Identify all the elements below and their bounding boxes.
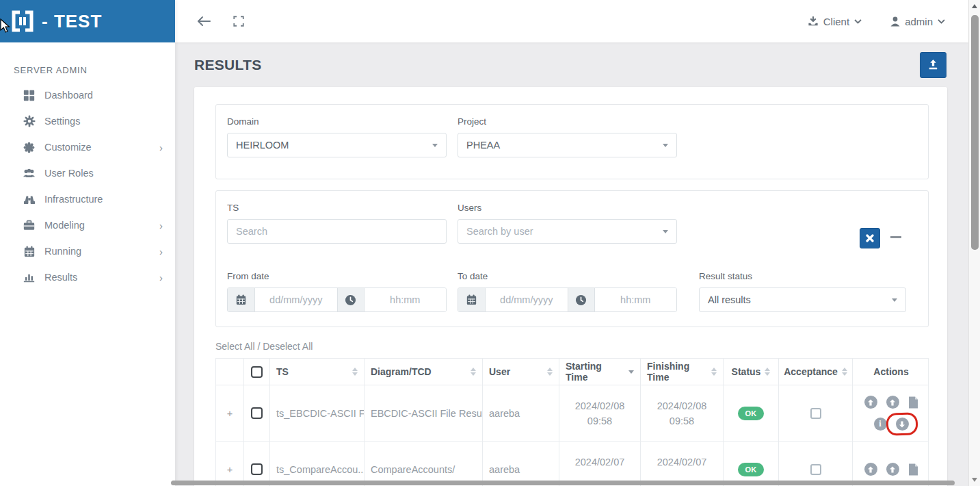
row-checkbox[interactable] [251,407,263,419]
user-icon [890,16,900,27]
column-header-status[interactable]: Status [724,359,779,385]
sort-icon[interactable] [842,368,847,376]
users-field: Users Search by user [458,203,677,244]
clock-picker-icon[interactable] [568,288,595,311]
column-header-acceptance[interactable]: Acceptance [779,359,853,385]
briefcase-icon [23,220,36,231]
project-select[interactable]: PHEAA [458,133,677,157]
project-field: Project PHEAA [458,116,677,157]
acceptance-checkbox[interactable] [810,408,821,419]
scroll-down-arrow[interactable] [972,478,977,482]
upload-result-action-icon[interactable] [886,463,899,476]
sidebar-item-settings[interactable]: Settings [0,108,175,134]
row-expander[interactable]: + [216,385,244,441]
admin-label: admin [905,16,933,27]
sidebar-item-user-roles[interactable]: User Roles [0,160,175,186]
binoculars-icon [23,194,36,205]
result-status-select[interactable]: All results [699,287,906,312]
cell-ts: ts_EBCDIC-ASCII F... [270,385,365,441]
chevron-down-icon [938,19,945,24]
vertical-scrollbar-thumb[interactable] [971,15,979,250]
clock-picker-icon[interactable] [337,288,365,311]
info-action-icon[interactable]: i [874,418,887,431]
sidebar-item-label: Running [44,246,150,257]
sidebar-item-modeling[interactable]: Modeling › [0,212,175,238]
column-header-starting-time[interactable]: Starting Time [559,359,641,385]
sidebar-item-infrastructure[interactable]: Infrastructure [0,186,175,212]
sidebar-item-label: Modeling [44,220,150,231]
column-header-user[interactable]: User [483,359,559,385]
sidebar-item-results[interactable]: Results › [0,264,175,290]
status-badge: OK [738,407,763,420]
download-icon [808,16,819,27]
calendar-picker-icon[interactable] [458,288,486,311]
upload-result-action-icon[interactable] [886,396,899,409]
app-logo[interactable]: - TEST [0,0,175,42]
sort-icon[interactable] [711,368,717,376]
sort-icon[interactable] [471,368,476,376]
upload-icon [927,59,939,71]
scroll-up-arrow[interactable] [972,4,977,8]
sidebar-item-dashboard[interactable]: Dashboard [0,82,175,108]
sidebar-item-customize[interactable]: Customize › [0,134,175,160]
row-expander[interactable]: + [216,442,244,486]
sidebar-item-running[interactable]: Running › [0,238,175,264]
column-header-ts[interactable]: TS [270,359,365,385]
app-window: - TEST SERVER ADMIN Dashboard [0,0,980,486]
admin-menu[interactable]: admin [890,16,945,27]
sort-desc-icon[interactable] [628,370,634,374]
sort-icon[interactable] [547,368,553,376]
report-file-action-icon[interactable] [908,396,918,409]
x-icon [866,234,874,242]
page-head: RESULTS [175,42,968,87]
download-result-action-icon[interactable] [896,418,909,431]
back-button[interactable] [196,14,212,28]
cell-actions [853,442,929,486]
horizontal-scrollbar-thumb[interactable] [171,481,955,485]
to-date-input[interactable] [486,288,568,311]
brand-bracket-icon [10,9,35,34]
chevron-right-icon: › [159,246,163,257]
to-time-input[interactable] [595,288,677,311]
ts-field: TS [227,203,447,244]
client-menu[interactable]: Client [808,16,862,27]
column-header-diagram[interactable]: Diagram/TCD [365,359,483,385]
collapse-filters-button[interactable] [890,236,901,238]
cell-actions: i [853,385,929,441]
sort-icon[interactable] [765,368,770,376]
flower-gear-icon [23,142,36,153]
caret-down-icon [663,144,668,147]
from-time-input[interactable] [365,288,447,311]
upload-result-action-icon[interactable] [864,463,877,476]
clear-filters-button[interactable] [860,228,880,248]
main-content: RESULTS Domain HEIRLOOM [175,42,968,486]
column-header-actions: Actions [853,359,929,385]
vertical-scrollbar[interactable] [968,0,980,486]
results-table: TS Diagram/TCD User Starting Time [215,358,929,486]
select-all-toggle[interactable]: Select All / Deselect All [215,341,313,352]
sort-icon[interactable] [352,368,358,376]
calendar-picker-icon[interactable] [228,288,255,311]
cell-ts: ts_CompareAccou... [270,442,365,486]
select-all-checkbox[interactable] [251,366,263,378]
results-card: Domain HEIRLOOM Project PHEAA [194,87,947,486]
topbar: Client admin [175,0,968,42]
cell-finishing-time: 2024/02/0809:58 [641,385,724,441]
caret-down-icon [892,298,897,302]
users-select[interactable]: Search by user [458,219,677,244]
upload-result-action-icon[interactable] [864,396,877,409]
domain-select[interactable]: HEIRLOOM [227,133,447,157]
result-status-label: Result status [699,271,906,281]
page-title: RESULTS [194,57,262,73]
fullscreen-icon[interactable] [233,15,245,27]
ts-search-input[interactable] [227,219,447,244]
sidebar-item-label: Infrastructure [44,194,163,205]
acceptance-checkbox[interactable] [810,464,821,475]
users-label: Users [458,203,677,213]
row-checkbox[interactable] [251,463,263,475]
upload-button[interactable] [920,52,946,78]
report-file-action-icon[interactable] [908,463,918,476]
column-header-finishing-time[interactable]: Finishing Time [641,359,724,385]
cell-finishing-time: 2024/02/07 [641,442,724,486]
from-date-input[interactable] [255,288,337,311]
